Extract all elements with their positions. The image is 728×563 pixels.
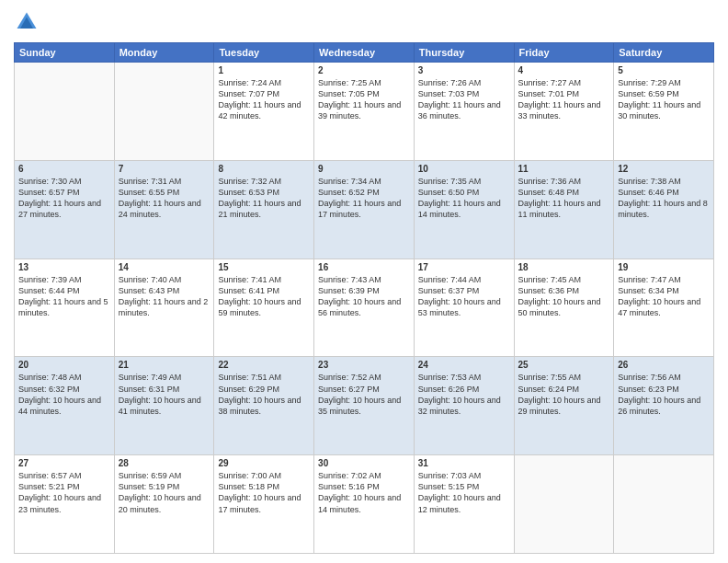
calendar-cell: 18Sunrise: 7:45 AM Sunset: 6:36 PM Dayli… [514,259,614,357]
weekday-header-tuesday: Tuesday [214,43,314,63]
calendar-cell: 12Sunrise: 7:38 AM Sunset: 6:46 PM Dayli… [614,160,714,259]
day-number: 28 [119,458,210,468]
cell-content: Sunrise: 7:47 AM Sunset: 6:34 PM Dayligh… [618,274,710,319]
cell-content: Sunrise: 7:53 AM Sunset: 6:26 PM Dayligh… [418,372,510,417]
calendar-cell: 16Sunrise: 7:43 AM Sunset: 6:39 PM Dayli… [314,259,415,357]
calendar-cell [614,455,714,554]
calendar-week-5: 27Sunrise: 6:57 AM Sunset: 5:21 PM Dayli… [15,455,714,554]
weekday-header-monday: Monday [114,43,214,63]
calendar-cell: 15Sunrise: 7:41 AM Sunset: 6:41 PM Dayli… [214,259,314,357]
calendar-cell: 22Sunrise: 7:51 AM Sunset: 6:29 PM Dayli… [214,357,314,455]
day-number: 7 [119,164,210,174]
calendar-cell: 27Sunrise: 6:57 AM Sunset: 5:21 PM Dayli… [15,455,115,554]
day-number: 17 [418,262,510,272]
calendar-cell: 11Sunrise: 7:36 AM Sunset: 6:48 PM Dayli… [514,160,614,259]
weekday-header-thursday: Thursday [414,43,514,63]
calendar-cell: 4Sunrise: 7:27 AM Sunset: 7:01 PM Daylig… [514,63,614,161]
calendar-cell: 19Sunrise: 7:47 AM Sunset: 6:34 PM Dayli… [614,259,714,357]
cell-content: Sunrise: 7:39 AM Sunset: 6:44 PM Dayligh… [18,274,110,319]
page: SundayMondayTuesdayWednesdayThursdayFrid… [0,0,728,563]
cell-content: Sunrise: 7:36 AM Sunset: 6:48 PM Dayligh… [518,176,610,221]
calendar-week-2: 6Sunrise: 7:30 AM Sunset: 6:57 PM Daylig… [15,160,714,259]
day-number: 16 [318,262,410,272]
calendar-cell: 31Sunrise: 7:03 AM Sunset: 5:15 PM Dayli… [414,455,514,554]
day-number: 4 [518,65,610,75]
cell-content: Sunrise: 7:40 AM Sunset: 6:43 PM Dayligh… [119,274,210,319]
cell-content: Sunrise: 7:43 AM Sunset: 6:39 PM Dayligh… [318,274,410,319]
day-number: 30 [318,458,410,468]
cell-content: Sunrise: 7:27 AM Sunset: 7:01 PM Dayligh… [518,77,610,122]
cell-content: Sunrise: 7:30 AM Sunset: 6:57 PM Dayligh… [18,176,110,221]
day-number: 25 [518,360,610,370]
calendar-cell: 7Sunrise: 7:31 AM Sunset: 6:55 PM Daylig… [114,160,214,259]
calendar-cell: 3Sunrise: 7:26 AM Sunset: 7:03 PM Daylig… [414,63,514,161]
calendar-cell: 30Sunrise: 7:02 AM Sunset: 5:16 PM Dayli… [314,455,415,554]
day-number: 21 [119,360,210,370]
calendar-cell [114,63,214,161]
calendar-cell: 9Sunrise: 7:34 AM Sunset: 6:52 PM Daylig… [314,160,415,259]
calendar-cell: 17Sunrise: 7:44 AM Sunset: 6:37 PM Dayli… [414,259,514,357]
day-number: 6 [18,164,110,174]
day-number: 22 [218,360,310,370]
calendar-cell: 1Sunrise: 7:24 AM Sunset: 7:07 PM Daylig… [214,63,314,161]
calendar-cell: 25Sunrise: 7:55 AM Sunset: 6:24 PM Dayli… [514,357,614,455]
day-number: 5 [618,65,710,75]
cell-content: Sunrise: 7:35 AM Sunset: 6:50 PM Dayligh… [418,176,510,221]
cell-content: Sunrise: 7:34 AM Sunset: 6:52 PM Dayligh… [318,176,410,221]
day-number: 15 [218,262,310,272]
day-number: 24 [418,360,510,370]
cell-content: Sunrise: 7:55 AM Sunset: 6:24 PM Dayligh… [518,372,610,417]
weekday-header-wednesday: Wednesday [314,43,415,63]
calendar-cell: 6Sunrise: 7:30 AM Sunset: 6:57 PM Daylig… [15,160,115,259]
day-number: 27 [18,458,110,468]
calendar-table: SundayMondayTuesdayWednesdayThursdayFrid… [14,42,714,554]
calendar-cell: 20Sunrise: 7:48 AM Sunset: 6:32 PM Dayli… [15,357,115,455]
calendar-cell: 2Sunrise: 7:25 AM Sunset: 7:05 PM Daylig… [314,63,415,161]
day-number: 8 [218,164,310,174]
calendar-cell: 24Sunrise: 7:53 AM Sunset: 6:26 PM Dayli… [414,357,514,455]
calendar-cell: 14Sunrise: 7:40 AM Sunset: 6:43 PM Dayli… [114,259,214,357]
weekday-header-friday: Friday [514,43,614,63]
calendar-cell [15,63,115,161]
cell-content: Sunrise: 7:24 AM Sunset: 7:07 PM Dayligh… [218,77,310,122]
logo-icon [14,9,40,35]
weekday-header-saturday: Saturday [614,43,714,63]
day-number: 18 [518,262,610,272]
header [14,9,714,35]
day-number: 26 [618,360,710,370]
day-number: 31 [418,458,510,468]
cell-content: Sunrise: 7:26 AM Sunset: 7:03 PM Dayligh… [418,77,510,122]
day-number: 3 [418,65,510,75]
cell-content: Sunrise: 7:29 AM Sunset: 6:59 PM Dayligh… [618,77,710,122]
cell-content: Sunrise: 7:44 AM Sunset: 6:37 PM Dayligh… [418,274,510,319]
logo [14,9,43,35]
day-number: 23 [318,360,410,370]
day-number: 12 [618,164,710,174]
cell-content: Sunrise: 7:49 AM Sunset: 6:31 PM Dayligh… [119,372,210,417]
day-number: 20 [18,360,110,370]
day-number: 11 [518,164,610,174]
calendar-cell: 23Sunrise: 7:52 AM Sunset: 6:27 PM Dayli… [314,357,415,455]
calendar-cell [514,455,614,554]
calendar-cell: 13Sunrise: 7:39 AM Sunset: 6:44 PM Dayli… [15,259,115,357]
day-number: 2 [318,65,410,75]
cell-content: Sunrise: 7:48 AM Sunset: 6:32 PM Dayligh… [18,372,110,417]
day-number: 13 [18,262,110,272]
cell-content: Sunrise: 7:51 AM Sunset: 6:29 PM Dayligh… [218,372,310,417]
day-number: 14 [119,262,210,272]
cell-content: Sunrise: 7:32 AM Sunset: 6:53 PM Dayligh… [218,176,310,221]
calendar-cell: 21Sunrise: 7:49 AM Sunset: 6:31 PM Dayli… [114,357,214,455]
cell-content: Sunrise: 6:57 AM Sunset: 5:21 PM Dayligh… [18,470,110,515]
cell-content: Sunrise: 7:31 AM Sunset: 6:55 PM Dayligh… [119,176,210,221]
cell-content: Sunrise: 6:59 AM Sunset: 5:19 PM Dayligh… [119,470,210,515]
weekday-header-row: SundayMondayTuesdayWednesdayThursdayFrid… [15,43,714,63]
cell-content: Sunrise: 7:02 AM Sunset: 5:16 PM Dayligh… [318,470,410,515]
calendar-cell: 29Sunrise: 7:00 AM Sunset: 5:18 PM Dayli… [214,455,314,554]
day-number: 29 [218,458,310,468]
calendar-week-1: 1Sunrise: 7:24 AM Sunset: 7:07 PM Daylig… [15,63,714,161]
calendar-cell: 28Sunrise: 6:59 AM Sunset: 5:19 PM Dayli… [114,455,214,554]
weekday-header-sunday: Sunday [15,43,115,63]
cell-content: Sunrise: 7:25 AM Sunset: 7:05 PM Dayligh… [318,77,410,122]
cell-content: Sunrise: 7:38 AM Sunset: 6:46 PM Dayligh… [618,176,710,221]
calendar-week-4: 20Sunrise: 7:48 AM Sunset: 6:32 PM Dayli… [15,357,714,455]
